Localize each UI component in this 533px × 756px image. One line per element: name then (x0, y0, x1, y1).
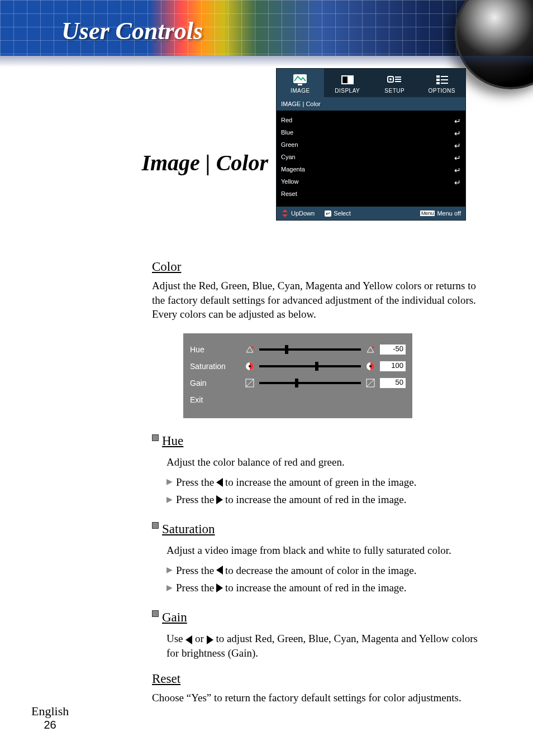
osd-foot-label: UpDown (291, 210, 315, 217)
updown-icon (281, 209, 289, 217)
text-fragment: or (192, 633, 206, 644)
content-lower: Hue Adjust the color balance of red and … (152, 422, 488, 711)
osd-item[interactable]: Yellow↵ (281, 176, 461, 189)
lens-decoration (455, 0, 533, 89)
menu-key-icon: Menu (420, 210, 435, 216)
adjust-row-hue[interactable]: Hue -50 (190, 341, 406, 358)
slider[interactable] (259, 382, 361, 384)
adjust-label: Hue (190, 345, 240, 354)
osd-item[interactable]: Blue↵ (281, 127, 461, 140)
paragraph-color: Adjust the Red, Green, Blue, Cyan, Magen… (152, 279, 488, 322)
svg-rect-1 (298, 84, 302, 85)
bullet-square-icon (152, 522, 159, 529)
osd-item-label: Blue (281, 129, 293, 138)
display-icon (324, 72, 372, 88)
gain-icon (365, 378, 375, 388)
adjustment-panel: Hue -50 Saturation 100 Gain 50 Exit (183, 333, 412, 418)
section-title: Image | Color (34, 150, 268, 176)
text-fragment: Press the (176, 581, 214, 595)
heading-reset: Reset (152, 670, 488, 687)
osd-tab-options[interactable]: OPTIONS (418, 69, 466, 97)
osd-foot-menuoff: Menu Menu off (420, 209, 461, 217)
text-fragment: to increase the amount of green in the i… (225, 475, 416, 490)
svg-point-22 (249, 365, 251, 367)
osd-tabs: IMAGE DISPLAY SETUP OPTIONS (277, 69, 465, 97)
heading-gain: Gain (162, 609, 187, 626)
saturation-icon (365, 361, 375, 371)
right-arrow-icon (216, 495, 223, 504)
adjust-row-exit[interactable]: Exit (190, 391, 406, 408)
paragraph-reset: Choose “Yes” to return the factory defau… (152, 691, 488, 705)
osd-tab-label: SETUP (371, 88, 418, 94)
osd-item[interactable]: Magenta↵ (281, 164, 461, 176)
slider[interactable] (259, 365, 361, 367)
chevron-right-icon: ▶ (166, 583, 173, 594)
text-fragment: to increase the amount of red in the ima… (225, 581, 406, 595)
osd-tab-label: OPTIONS (418, 88, 466, 94)
left-arrow-icon (185, 635, 192, 644)
osd-tab-label: DISPLAY (324, 88, 372, 94)
osd-breadcrumb: IMAGE | Color (277, 97, 465, 111)
value-box: 100 (380, 361, 406, 371)
value-box: -50 (380, 344, 406, 355)
enter-icon: ↵ (454, 154, 461, 162)
svg-line-26 (246, 379, 254, 387)
svg-point-20 (372, 346, 374, 348)
left-arrow-icon (216, 478, 223, 487)
bullet-item: ▶Press the to decrease the amount of col… (166, 563, 488, 578)
page-number: 26 (31, 719, 69, 731)
saturation-icon (245, 361, 255, 371)
text-fragment: Press the (176, 492, 214, 507)
osd-footer: UpDown ↵ Select Menu Menu off (277, 207, 465, 220)
monitor-icon (277, 72, 324, 88)
osd-item[interactable]: Red↵ (281, 115, 461, 127)
text-fragment: Use (166, 633, 185, 644)
enter-icon: ↵ (454, 178, 461, 187)
language-label: English (31, 704, 69, 719)
osd-tab-display[interactable]: DISPLAY (324, 69, 372, 97)
bullet-square-icon (152, 610, 159, 617)
hue-icon (245, 344, 255, 355)
adjust-row-gain[interactable]: Gain 50 (190, 375, 406, 391)
osd-tab-label: IMAGE (277, 88, 324, 94)
content-upper: Color Adjust the Red, Green, Blue, Cyan,… (152, 258, 488, 327)
enter-icon: ↵ (454, 129, 461, 138)
header-banner: User Controls (0, 0, 533, 56)
value-box: 50 (380, 378, 406, 388)
gain-icon (245, 378, 255, 388)
svg-rect-9 (436, 75, 440, 78)
enter-icon: ↵ (454, 117, 461, 126)
osd-tab-image[interactable]: IMAGE (277, 69, 324, 97)
banner-fade (0, 56, 533, 67)
enter-key-icon: ↵ (325, 210, 331, 217)
osd-item-label: Red (281, 117, 292, 126)
osd-item-label: Magenta (281, 166, 305, 175)
heading-hue: Hue (162, 432, 183, 449)
bullet-item: ▶Press the to increase the amount of gre… (166, 475, 488, 490)
svg-point-18 (251, 346, 254, 348)
chevron-right-icon: ▶ (166, 565, 173, 576)
svg-rect-11 (436, 79, 440, 81)
adjust-row-saturation[interactable]: Saturation 100 (190, 358, 406, 375)
chevron-right-icon: ▶ (166, 477, 173, 487)
enter-icon: ↵ (454, 166, 461, 175)
osd-tab-setup[interactable]: SETUP (371, 69, 418, 97)
osd-item[interactable]: Cyan↵ (281, 152, 461, 164)
text-fragment: Press the (176, 563, 214, 578)
osd-items: Red↵ Blue↵ Green↵ Cyan↵ Magenta↵ Yellow↵… (277, 111, 465, 207)
osd-item[interactable]: Green↵ (281, 140, 461, 152)
adjust-label: Gain (190, 379, 240, 387)
hue-icon (365, 344, 375, 355)
bullet-item: ▶Press the to increase the amount of red… (166, 492, 488, 507)
heading-saturation: Saturation (162, 520, 215, 538)
right-arrow-icon (216, 583, 223, 592)
setup-icon (371, 72, 418, 88)
adjust-label: Exit (190, 395, 240, 404)
osd-foot-updown: UpDown (281, 209, 315, 217)
slider[interactable] (259, 348, 361, 351)
svg-rect-3 (342, 76, 348, 83)
osd-item-label: Cyan (281, 154, 296, 162)
osd-item-label: Green (281, 141, 298, 150)
heading-color: Color (152, 258, 488, 275)
osd-item[interactable]: Reset (281, 189, 461, 199)
